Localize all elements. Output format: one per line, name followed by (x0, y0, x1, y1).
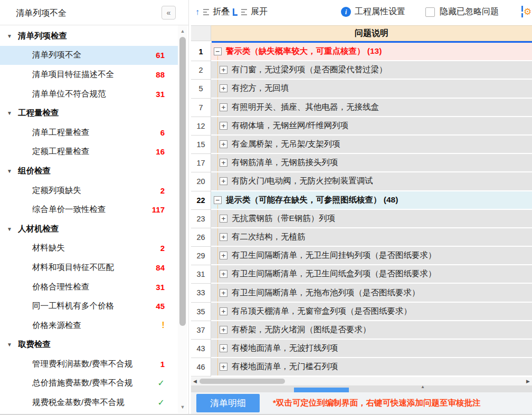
tree-group[interactable]: ▼取费检查 (0, 335, 178, 355)
tree-group[interactable]: ▼人材机检查 (0, 219, 178, 239)
row-number-header (191, 25, 211, 41)
tree-item[interactable]: 材料缺失2 (0, 239, 178, 258)
expand-box-icon[interactable]: + (220, 103, 227, 111)
issue-row[interactable]: 31+有卫生间隔断清单，无卫生间纸盒列项（是否图纸要求） (191, 265, 532, 284)
issue-cell[interactable]: +有卫生间隔断清单，无卫生间挂钩列项（是否图纸要求） (211, 247, 532, 265)
issue-row[interactable]: 29+有卫生间隔断清单，无卫生间挂钩列项（是否图纸要求） (191, 247, 532, 265)
panel-splitter[interactable]: ▲ (191, 385, 532, 392)
checkbox-icon[interactable] (425, 7, 435, 17)
tree-item[interactable]: 定额工程量检查16 (0, 142, 178, 162)
tree-item[interactable]: 清单单位不符合规范31 (0, 84, 178, 104)
issue-cell[interactable]: +有桥架，无防火堵洞（图纸是否要求） (211, 321, 532, 340)
expand-box-icon[interactable]: + (220, 363, 227, 371)
issue-table: 1−警示类（缺失概率较大，可重点核查） (13)2+有门窗，无过梁列项（是否圈梁… (191, 43, 532, 377)
tree-group[interactable]: ▼工程量检查 (0, 103, 178, 123)
issue-cell[interactable]: +有照明开关、插座、其他电器，无接线盒 (211, 99, 532, 117)
tree-item[interactable]: 价格来源检查! (0, 316, 178, 335)
expand-box-icon[interactable]: + (220, 326, 227, 334)
expand-box-icon[interactable]: + (220, 140, 227, 148)
issue-row[interactable]: 35+有吊顶天棚清单，无窗帘盒列项（是否图纸要求） (191, 303, 532, 321)
expand-box-icon[interactable]: + (220, 233, 227, 241)
issue-cell[interactable]: +有门窗，无过梁列项（是否圈梁代替过梁） (211, 61, 532, 80)
tree-item[interactable]: 清单列项不全61 (0, 46, 178, 65)
issue-cell[interactable]: +无抗震钢筋（带E钢筋）列项 (211, 210, 532, 228)
issue-cell[interactable]: +有卫生间隔断清单，无卫生间纸盒列项（是否图纸要求） (211, 265, 532, 284)
scroll-down-icon[interactable]: ▼ (178, 404, 187, 410)
tree-group[interactable]: ▼组价检查 (0, 161, 178, 181)
collapse-all-button[interactable]: ↑ 折叠 (195, 6, 230, 17)
horizontal-scrollbar-thumb[interactable] (200, 379, 285, 384)
issue-row[interactable]: 17+有钢筋清单，无钢筋接头列项 (191, 154, 532, 172)
scroll-left-icon[interactable]: ◀ (193, 379, 197, 384)
issue-row[interactable]: 5+有挖方，无回填 (191, 80, 532, 98)
issue-row[interactable]: 15+有金属桥架，无吊架/支架列项 (191, 136, 532, 154)
issue-cell[interactable]: +有防火门/电动阀，无防火控制装置调试 (211, 172, 532, 191)
tab-list-detail[interactable]: 清单明细 (196, 394, 260, 412)
issue-cell[interactable]: +有钢筋清单，无钢筋接头列项 (211, 154, 532, 172)
expand-box-icon[interactable]: + (220, 177, 227, 185)
expand-box-icon[interactable]: + (220, 159, 227, 167)
tree-item[interactable]: 清单工程量检查6 (0, 123, 178, 142)
collapse-box-icon[interactable]: − (214, 47, 222, 55)
tree-item[interactable]: 定额列项缺失2 (0, 181, 178, 200)
expand-box-icon[interactable]: + (220, 344, 227, 352)
tree-item[interactable]: 规费税金基数/费率不合规✓ (0, 393, 178, 412)
project-property-button[interactable]: i 工程属性设置 (341, 6, 405, 17)
expand-all-button[interactable]: 展开 (233, 6, 268, 17)
issue-row[interactable]: 12+有砌体墙，无钢丝网/纤维网列项 (191, 117, 532, 136)
issue-cell[interactable]: +有楼地面清单，无门槛石列项 (211, 358, 532, 377)
issue-cell[interactable]: +有吊顶天棚清单，无窗帘盒列项（是否图纸要求） (211, 303, 532, 321)
issue-row[interactable]: 33+有卫生间隔断清单，无拖布池列项（是否图纸要求） (191, 284, 532, 302)
tree-item[interactable]: 管理费利润基数/费率不合规1 (0, 354, 178, 374)
issue-cell[interactable]: −提示类（可能存在缺失，可参照图纸核查） (48) (211, 191, 532, 210)
expand-box-icon[interactable]: + (220, 215, 227, 223)
tree-label: 人材机检查 (18, 224, 59, 235)
expand-box-icon[interactable]: + (220, 307, 227, 315)
expand-box-icon[interactable]: + (220, 84, 227, 92)
row-number: 26 (191, 228, 211, 247)
issue-row[interactable]: 23+无抗震钢筋（带E钢筋）列项 (191, 210, 532, 228)
expand-box-icon[interactable]: + (220, 252, 227, 259)
sidebar-scrollbar-thumb[interactable] (179, 37, 186, 326)
tree-item[interactable]: 材料和项目特征不匹配84 (0, 258, 178, 277)
hide-ignored-checkbox[interactable]: 隐藏已忽略问题 (425, 6, 499, 17)
splitter-handle[interactable]: ▲ (294, 388, 349, 392)
tree-label: 价格来源检查 (32, 320, 81, 331)
tree-item[interactable]: 清单项目特征描述不全88 (0, 65, 178, 84)
issue-cell[interactable]: +有楼地面清单，无波打线列项 (211, 340, 532, 358)
issue-row[interactable]: 43+有楼地面清单，无波打线列项 (191, 340, 532, 358)
scroll-up-icon[interactable]: ▲ (178, 28, 187, 34)
tree-item[interactable]: 综合单价一致性检查117 (0, 200, 178, 219)
panel-settings-icon[interactable]: ⚙ (521, 5, 532, 19)
tree-item[interactable]: 同一工料机有多个价格45 (0, 296, 178, 316)
tree-item[interactable]: 总价措施费基数/费率不合规✓ (0, 374, 178, 393)
row-number: 23 (191, 210, 211, 228)
issue-column-header[interactable]: 问题说明 (211, 25, 532, 41)
scroll-right-icon[interactable]: ▶ (526, 379, 530, 384)
issue-row[interactable]: 20+有防火门/电动阀，无防火控制装置调试 (191, 172, 532, 191)
issue-row[interactable]: 1−警示类（缺失概率较大，可重点核查） (13) (191, 43, 532, 61)
issue-cell[interactable]: −警示类（缺失概率较大，可重点核查） (13) (211, 43, 532, 61)
expand-box-icon[interactable]: + (220, 270, 227, 278)
tree-item[interactable]: 价格合理性检查31 (0, 277, 178, 297)
issue-row[interactable]: 7+有照明开关、插座、其他电器，无接线盒 (191, 99, 532, 117)
expand-box-icon[interactable]: + (220, 66, 227, 74)
issue-row[interactable]: 26+有二次结构，无植筋 (191, 228, 532, 247)
issue-row[interactable]: 22−提示类（可能存在缺失，可参照图纸核查） (48) (191, 191, 532, 210)
issue-cell[interactable]: +有砌体墙，无钢丝网/纤维网列项 (211, 117, 532, 136)
issue-row[interactable]: 37+有桥架，无防火堵洞（图纸是否要求） (191, 321, 532, 340)
issue-row[interactable]: 2+有门窗，无过梁列项（是否圈梁代替过梁） (191, 61, 532, 80)
issue-cell[interactable]: +有二次结构，无植筋 (211, 228, 532, 247)
tree-group[interactable]: ▼清单列项检查 (0, 26, 178, 46)
sidebar-collapse-button[interactable]: « (162, 6, 176, 20)
collapse-box-icon[interactable]: − (214, 196, 222, 204)
expand-box-icon[interactable]: + (220, 289, 227, 297)
issue-cell[interactable]: +有金属桥架，无吊架/支架列项 (211, 136, 532, 154)
sidebar-scrollbar[interactable]: ▲ ▼ (178, 25, 187, 413)
expand-box-icon[interactable]: + (220, 122, 227, 130)
issue-row[interactable]: 46+有楼地面清单，无门槛石列项 (191, 358, 532, 377)
issue-cell[interactable]: +有挖方，无回填 (211, 80, 532, 98)
tree-label: 清单列项不全 (32, 50, 81, 61)
issue-cell[interactable]: +有卫生间隔断清单，无拖布池列项（是否图纸要求） (211, 284, 532, 302)
horizontal-scrollbar[interactable]: ◀ ▶ (191, 377, 532, 385)
